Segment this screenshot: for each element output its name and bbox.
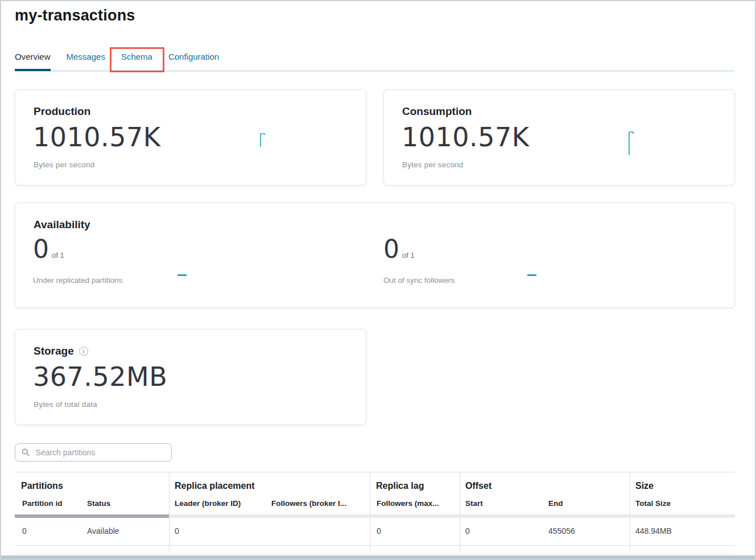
storage-card-title: Storage i	[34, 345, 88, 357]
tab-bar: Overview Messages Schema Configuration	[15, 52, 219, 71]
window-bottom-strip	[1, 555, 755, 559]
out-of-sync-value: 0	[383, 234, 399, 263]
cell-offset-end: 455056	[548, 526, 575, 536]
column-header-end: End	[548, 499, 563, 508]
column-header-partition-id: Partition id	[22, 499, 63, 508]
out-of-sync-of-label: of 1	[402, 251, 415, 260]
column-header-start: Start	[465, 499, 483, 508]
consumption-card: Consumption 1010.57K Bytes per second	[383, 89, 735, 186]
cell-leader: 0	[175, 526, 179, 536]
table-row-border	[15, 545, 735, 546]
production-card-title: Production	[34, 105, 90, 118]
under-replicated-value: 0	[33, 234, 49, 263]
consumption-sparkline-icon	[627, 129, 639, 157]
group-header-size: Size	[635, 481, 654, 491]
search-partitions-box[interactable]	[15, 443, 172, 462]
column-header-total-size: Total Size	[635, 499, 671, 508]
tab-schema[interactable]: Schema	[121, 52, 152, 71]
group-header-offset: Offset	[465, 481, 491, 491]
group-header-partitions: Partitions	[21, 481, 63, 491]
tab-messages[interactable]: Messages	[67, 52, 105, 71]
out-of-sync-trend-dash-icon	[527, 274, 536, 276]
partitions-table: Partitions Replica placement Replica lag…	[15, 472, 735, 555]
table-group-divider	[460, 472, 460, 553]
cell-replica-lag: 0	[377, 526, 381, 536]
under-replicated-trend-dash-icon	[177, 274, 187, 276]
column-header-followers-max: Followers (max...	[377, 499, 439, 508]
group-header-replica-lag: Replica lag	[376, 481, 424, 491]
table-group-divider	[370, 472, 370, 553]
column-header-leader-broker-id: Leader (broker ID)	[175, 499, 241, 508]
table-top-border	[15, 472, 735, 472]
search-icon	[22, 448, 30, 457]
group-header-replica-placement: Replica placement	[175, 481, 255, 491]
cell-total-size: 448.94MB	[635, 526, 672, 536]
tab-overview[interactable]: Overview	[15, 52, 51, 71]
out-of-sync-label: Out of sync followers	[383, 276, 455, 285]
table-horizontal-scrollbar-thumb[interactable]	[15, 514, 169, 518]
storage-unit-label: Bytes of total data	[34, 400, 97, 409]
info-icon[interactable]: i	[79, 347, 88, 356]
under-replicated-of-label: of 1	[52, 251, 64, 260]
availability-card-title: Availability	[34, 219, 90, 231]
storage-title-text: Storage	[34, 345, 74, 357]
cell-offset-start: 0	[465, 526, 470, 536]
storage-card: Storage i 367.52MB Bytes of total data	[15, 329, 366, 425]
consumption-unit-label: Bytes per second	[402, 160, 464, 169]
table-bottom-border	[15, 554, 735, 554]
table-group-divider	[630, 472, 630, 553]
tab-configuration[interactable]: Configuration	[168, 52, 219, 71]
column-header-followers-broker: Followers (broker I...	[271, 499, 346, 508]
production-sparkline-icon	[259, 129, 270, 149]
availability-card: Availability 0of 1 Under replicated part…	[15, 203, 735, 308]
production-unit-label: Bytes per second	[34, 160, 95, 169]
search-partitions-input[interactable]	[35, 447, 165, 458]
consumption-card-title: Consumption	[402, 105, 472, 118]
consumption-value: 1010.57K	[402, 122, 529, 153]
under-replicated-metric: 0of 1 Under replicated partitions	[33, 234, 123, 285]
cell-status: Available	[87, 526, 119, 536]
production-value: 1010.57K	[33, 122, 160, 153]
topic-detail-page: my-transactions Overview Messages Schema…	[0, 0, 756, 560]
table-group-divider	[169, 472, 170, 553]
storage-value: 367.52MB	[33, 361, 167, 392]
out-of-sync-metric: 0of 1 Out of sync followers	[383, 234, 455, 285]
production-card: Production 1010.57K Bytes per second	[15, 89, 366, 186]
column-header-status: Status	[87, 499, 110, 508]
under-replicated-label: Under replicated partitions	[33, 276, 123, 285]
cell-partition-id: 0	[22, 526, 27, 536]
page-title: my-transactions	[15, 7, 135, 24]
